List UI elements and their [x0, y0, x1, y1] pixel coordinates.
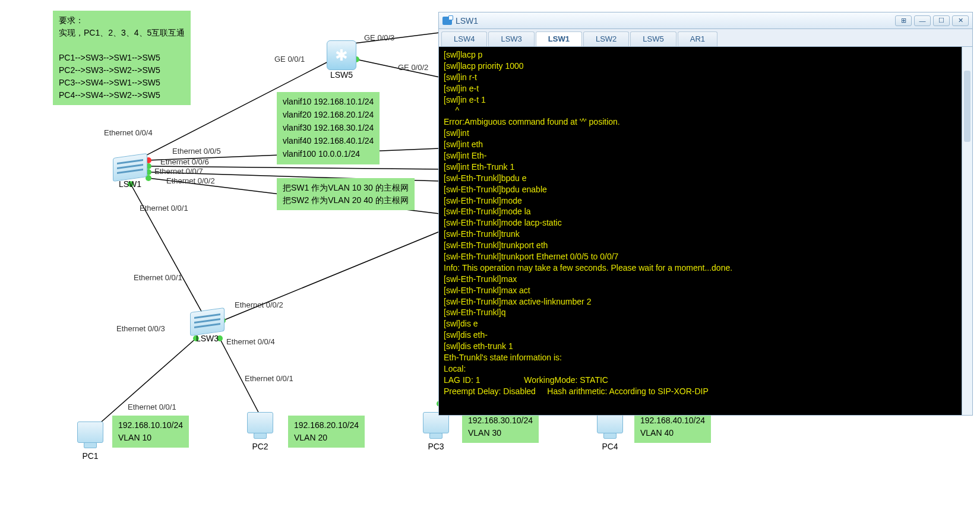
port-label: GE 0/0/2: [398, 63, 428, 72]
router-icon: [327, 40, 356, 70]
device-label: PC2: [247, 442, 273, 451]
device-pc4[interactable]: PC4: [597, 412, 623, 451]
port-label: Ethernet 0/0/2: [166, 176, 215, 185]
tab-lsw2[interactable]: LSW2: [583, 31, 629, 46]
maximize-button[interactable]: ☐: [933, 15, 950, 26]
vlanif-note: vlanif10 192.168.10.1/24 vlanif20 192.16…: [277, 92, 380, 164]
port-label: Ethernet 0/0/1: [245, 374, 293, 383]
device-label: PC4: [597, 442, 623, 451]
switch-icon: [113, 153, 147, 182]
titlebar[interactable]: LSW1 ⊞ — ☐ ✕: [439, 12, 972, 29]
pc4-info: 192.168.40.10/24 VLAN 40: [634, 411, 711, 443]
tab-bar: LSW4LSW3LSW1LSW2LSW5AR1: [439, 29, 972, 47]
port-label: Ethernet 0/0/4: [226, 337, 275, 346]
terminal-text: [swl]lacp p [swl]lacp priority 1000 [swl…: [444, 49, 968, 397]
port-label: Ethernet 0/0/1: [128, 403, 176, 411]
app-icon: [442, 17, 452, 25]
tab-lsw3[interactable]: LSW3: [488, 31, 534, 46]
port-label: Ethernet 0/0/6: [160, 157, 209, 166]
device-pc2[interactable]: PC2: [247, 412, 273, 451]
device-pc3[interactable]: PC3: [423, 412, 449, 451]
device-lsw5[interactable]: LSW5: [327, 40, 356, 80]
tab-lsw1[interactable]: LSW1: [536, 31, 582, 46]
port-label: Ethernet 0/0/4: [104, 128, 153, 137]
device-pc1[interactable]: PC1: [77, 422, 103, 461]
minimize-button[interactable]: —: [914, 15, 931, 26]
port-label: Ethernet 0/0/7: [154, 167, 203, 176]
port-label: Ethernet 0/0/2: [235, 300, 283, 309]
window-title: LSW1: [456, 16, 478, 26]
port-label: GE 0/0/1: [274, 55, 305, 64]
tab-lsw5[interactable]: LSW5: [630, 31, 676, 46]
pc2-info: 192.168.20.10/24 VLAN 20: [288, 416, 365, 448]
pc-icon: [77, 422, 103, 443]
svg-line-9: [95, 338, 196, 427]
port-label: Ethernet 0/0/1: [140, 204, 188, 213]
pc-icon: [247, 412, 273, 433]
device-label: PC1: [77, 451, 103, 461]
terminal-output[interactable]: [swl]lacp p [swl]lacp priority 1000 [swl…: [439, 47, 972, 415]
device-lsw3[interactable]: LSW3: [190, 310, 225, 343]
requirements-note: 要求： 实现，PC1、2、3、4、5互联互通 PC1-->SW3-->SW1--…: [53, 11, 191, 105]
device-label: LSW5: [327, 70, 356, 80]
close-button[interactable]: ✕: [952, 15, 969, 26]
device-label: PC3: [423, 442, 449, 451]
port-label: GE 0/0/3: [364, 33, 394, 42]
device-lsw1[interactable]: LSW1: [113, 156, 147, 189]
settings-button[interactable]: ⊞: [895, 15, 912, 26]
tab-ar1[interactable]: AR1: [678, 31, 717, 46]
switch-icon: [190, 308, 225, 336]
scrollbar[interactable]: [962, 47, 972, 415]
tab-lsw4[interactable]: LSW4: [441, 31, 487, 46]
port-label: Ethernet 0/0/3: [116, 324, 165, 333]
port-label: Ethernet 0/0/5: [172, 147, 221, 156]
terminal-window: LSW1 ⊞ — ☐ ✕ LSW4LSW3LSW1LSW2LSW5AR1 [sw…: [438, 12, 973, 416]
port-label: Ethernet 0/0/1: [134, 273, 182, 282]
root-bridge-note: 把SW1 作为VLAN 10 30 的主根网 把SW2 作为VLAN 20 40…: [277, 178, 415, 210]
pc1-info: 192.168.10.10/24 VLAN 10: [112, 416, 189, 448]
pc3-info: 192.168.30.10/24 VLAN 30: [462, 411, 539, 443]
